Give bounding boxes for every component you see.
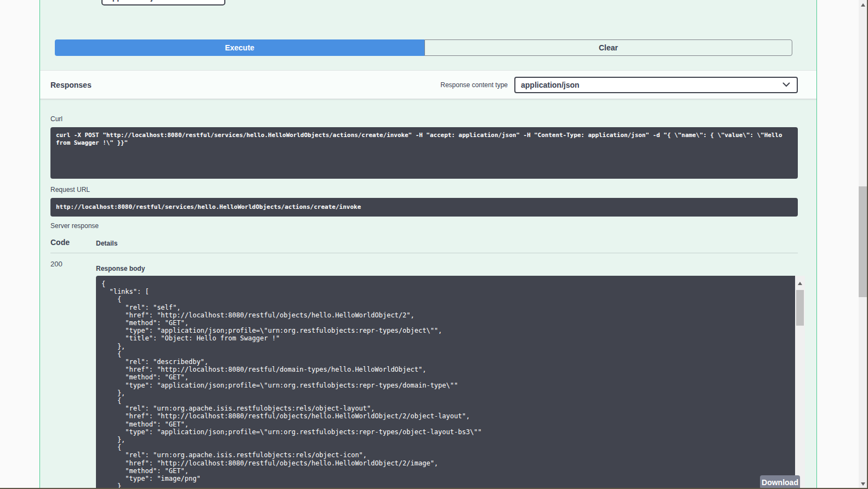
swagger-ui-page: application/json Execute Clear Responses… [0,0,868,489]
response-content-type-select[interactable]: application/json [514,77,798,93]
scroll-up-icon[interactable] [798,282,802,285]
responses-title: Responses [50,81,92,89]
scroll-up-icon[interactable] [861,3,865,7]
table-divider [50,253,798,253]
status-code: 200 [50,260,63,268]
scroll-down-icon[interactable] [861,482,865,486]
download-button-label: Download [762,478,798,487]
request-url-block: http://localhost:8080/restful/services/h… [50,198,798,217]
response-content-type-group: Response content type application/json [440,77,798,93]
response-content-type-value: application/json [521,81,580,89]
execute-clear-bar: Execute Clear [55,39,792,56]
response-body-json: { "links": [ { "rel": "self", "href": "h… [96,276,795,489]
clear-button[interactable]: Clear [424,39,792,56]
chevron-down-icon [782,82,790,87]
clear-button-label: Clear [599,43,618,52]
request-url-label: Request URL [50,186,90,194]
download-button[interactable]: Download [760,475,800,489]
parameter-content-type-select[interactable]: application/json [101,0,225,5]
post-operation-section: application/json Execute Clear Responses… [39,0,817,489]
response-body-label: Response body [96,265,145,272]
page-scrollbar[interactable] [859,0,868,489]
response-body-scrollbar-thumb[interactable] [796,290,804,326]
execute-button[interactable]: Execute [55,39,424,56]
server-response-label: Server response [50,222,99,230]
responses-header: Responses Response content type applicat… [40,70,816,99]
code-column-header: Code [50,238,70,247]
curl-command-block: curl -X POST "http://localhost:8080/rest… [50,127,798,179]
parameter-content-type-value: application/json [108,0,167,2]
execute-button-label: Execute [225,43,254,52]
curl-label: Curl [50,115,63,123]
page-scrollbar-thumb[interactable] [859,186,868,297]
response-body-scrollbar[interactable] [795,276,805,489]
response-body-block: { "links": [ { "rel": "self", "href": "h… [96,276,805,489]
response-content-type-label: Response content type [440,81,508,89]
details-column-header: Details [96,240,117,247]
